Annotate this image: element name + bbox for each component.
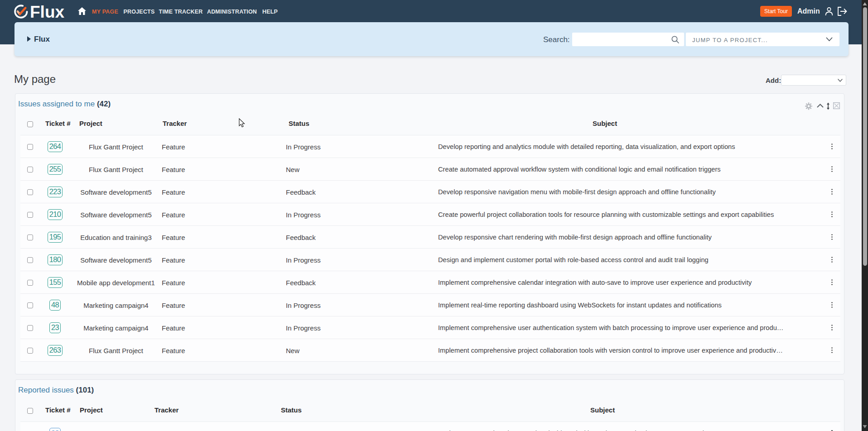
svg-text:Flux: Flux (30, 3, 64, 21)
